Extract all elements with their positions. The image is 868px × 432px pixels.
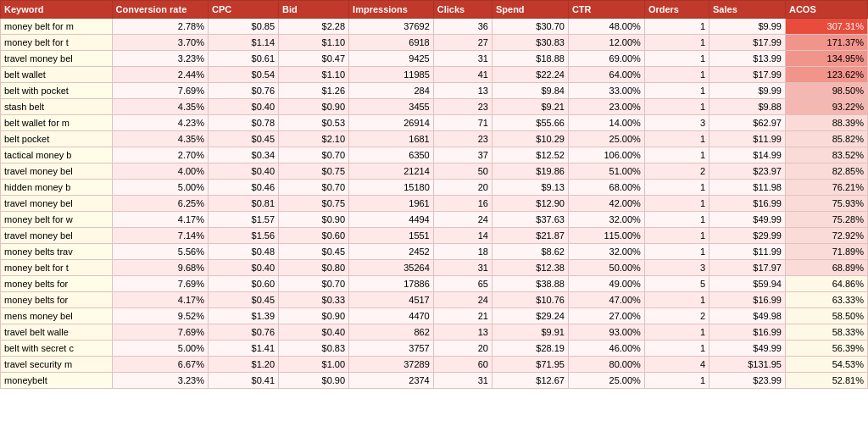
cell-5-2: $0.40 [209,99,279,115]
cell-6-6: $55.66 [492,115,568,131]
cell-17-6: $10.76 [492,292,568,308]
cell-5-0: stash belt [1,99,113,115]
cell-7-3: $2.10 [279,131,349,147]
cell-13-0: travel money bel [1,228,113,244]
cell-9-5: 50 [433,163,492,180]
table-row: money belt for t3.70%$1.14$1.10691827$30… [1,35,868,51]
cell-15-0: money belt for t [1,260,113,276]
table-row: travel belt walle7.69%$0.76$0.4086213$9.… [1,324,868,341]
cell-1-10: 171.37% [785,35,867,51]
cell-22-2: $0.41 [209,373,279,389]
cell-8-8: 1 [644,147,709,163]
cell-20-9: $49.99 [709,341,786,357]
cell-0-2: $0.85 [209,19,279,35]
cell-15-1: 9.68% [112,260,209,276]
cell-2-8: 1 [644,51,709,67]
table-row: money belts for4.17%$0.45$0.33451724$10.… [1,292,868,308]
cell-15-6: $12.38 [492,260,568,276]
cell-22-9: $23.99 [709,373,786,389]
table-row: travel money bel3.23%$0.61$0.47942531$18… [1,51,868,67]
cell-13-6: $21.87 [492,228,568,244]
table-row: money belts trav5.56%$0.48$0.45245218$8.… [1,244,868,260]
cell-4-2: $0.76 [209,83,279,99]
cell-20-2: $1.41 [209,341,279,357]
cell-12-7: 32.00% [568,212,644,228]
col-header-orders: Orders [644,1,709,19]
cell-22-5: 31 [433,373,492,389]
cell-22-6: $12.67 [492,373,568,389]
cell-17-5: 24 [433,292,492,308]
cell-4-7: 33.00% [568,83,644,99]
cell-14-1: 5.56% [112,244,209,260]
cell-11-8: 1 [644,196,709,212]
cell-10-8: 1 [644,180,709,196]
cell-17-2: $0.45 [209,292,279,308]
cell-8-3: $0.70 [279,147,349,163]
cell-0-8: 1 [644,19,709,35]
cell-10-10: 76.21% [785,180,867,196]
cell-19-1: 7.69% [112,324,209,341]
cell-14-10: 71.89% [785,244,867,260]
cell-20-5: 20 [433,341,492,357]
table-row: travel money bel6.25%$0.81$0.75196116$12… [1,196,868,212]
cell-15-2: $0.40 [209,260,279,276]
cell-14-2: $0.48 [209,244,279,260]
cell-18-9: $49.98 [709,308,786,324]
cell-15-7: 50.00% [568,260,644,276]
cell-12-0: money belt for w [1,212,113,228]
keyword-table: KeywordConversion rateCPCBidImpressionsC… [0,0,868,389]
cell-6-1: 4.23% [112,115,209,131]
cell-16-1: 7.69% [112,276,209,292]
cell-19-8: 1 [644,324,709,341]
cell-22-4: 2374 [349,373,434,389]
cell-10-3: $0.70 [279,180,349,196]
cell-21-6: $71.95 [492,357,568,373]
cell-8-2: $0.34 [209,147,279,163]
cell-13-4: 1551 [349,228,434,244]
cell-6-7: 14.00% [568,115,644,131]
cell-13-2: $1.56 [209,228,279,244]
cell-17-0: money belts for [1,292,113,308]
cell-4-1: 7.69% [112,83,209,99]
cell-5-9: $9.88 [709,99,786,115]
cell-7-9: $11.99 [709,131,786,147]
cell-3-8: 1 [644,67,709,83]
cell-5-10: 93.22% [785,99,867,115]
cell-17-8: 1 [644,292,709,308]
table-row: belt wallet for m4.23%$0.78$0.532691471$… [1,115,868,131]
cell-22-10: 52.81% [785,373,867,389]
cell-15-8: 3 [644,260,709,276]
cell-7-6: $10.29 [492,131,568,147]
table-row: belt pocket4.35%$0.45$2.10168123$10.2925… [1,131,868,147]
cell-10-9: $11.98 [709,180,786,196]
cell-7-10: 85.82% [785,131,867,147]
cell-12-6: $37.63 [492,212,568,228]
cell-1-5: 27 [433,35,492,51]
cell-2-3: $0.47 [279,51,349,67]
cell-1-0: money belt for t [1,35,113,51]
cell-22-1: 3.23% [112,373,209,389]
cell-8-6: $12.52 [492,147,568,163]
cell-17-4: 4517 [349,292,434,308]
col-header-ctr: CTR [568,1,644,19]
cell-9-10: 82.85% [785,163,867,180]
cell-18-8: 2 [644,308,709,324]
cell-3-0: belt wallet [1,67,113,83]
cell-16-0: money belts for [1,276,113,292]
cell-18-10: 58.50% [785,308,867,324]
cell-18-0: mens money bel [1,308,113,324]
cell-3-6: $22.24 [492,67,568,83]
cell-18-2: $1.39 [209,308,279,324]
cell-19-7: 93.00% [568,324,644,341]
cell-8-4: 6350 [349,147,434,163]
cell-17-7: 47.00% [568,292,644,308]
cell-21-4: 37289 [349,357,434,373]
cell-1-9: $17.99 [709,35,786,51]
cell-9-9: $23.97 [709,163,786,180]
cell-18-5: 21 [433,308,492,324]
cell-20-0: belt with secret c [1,341,113,357]
col-header-conversion-rate: Conversion rate [112,1,209,19]
cell-12-10: 75.28% [785,212,867,228]
cell-22-0: moneybelt [1,373,113,389]
col-header-cpc: CPC [209,1,279,19]
